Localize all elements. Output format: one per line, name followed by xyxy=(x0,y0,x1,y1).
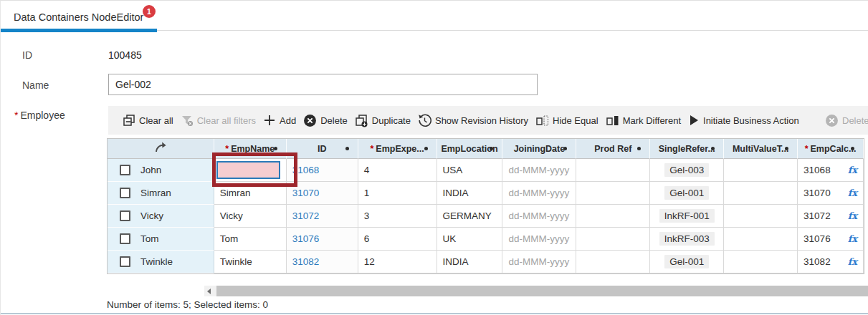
row-selector-cell[interactable]: Simran xyxy=(108,182,214,205)
column-menu-dot-icon[interactable] xyxy=(345,147,349,150)
toolbar-button-hide-equal[interactable]: Hide Equal xyxy=(535,114,598,127)
toolbar-button-add[interactable]: Add xyxy=(263,114,296,127)
reference-chip[interactable]: InkRF-003 xyxy=(659,232,715,246)
id-link[interactable]: 31076 xyxy=(292,233,320,244)
scrollbar-thumb[interactable] xyxy=(216,286,868,296)
cell-empname[interactable]: Tom xyxy=(214,228,287,251)
row-selector-cell[interactable]: Twinkle xyxy=(108,251,214,273)
formula-fx-icon[interactable]: fx xyxy=(848,188,857,198)
cell-joiningdate[interactable]: dd-MMM-yyyy xyxy=(502,251,576,273)
column-menu-dot-icon[interactable] xyxy=(424,147,428,150)
cell-empexperience[interactable]: 6 xyxy=(358,228,437,251)
emplocation-value: INDIA xyxy=(443,256,469,267)
row-checkbox[interactable] xyxy=(120,210,130,221)
cell-joiningdate[interactable]: dd-MMM-yyyy xyxy=(502,159,576,182)
cell-singlereference[interactable]: InkRF-001 xyxy=(650,205,724,228)
cell-empname[interactable]: Vicky xyxy=(214,205,287,228)
column-header-emplocation[interactable]: EmpLocation xyxy=(437,139,503,159)
cell-singlereference[interactable]: Gel-001 xyxy=(650,182,724,205)
toolbar-button-delete[interactable]: Delete xyxy=(825,106,868,135)
row-checkbox[interactable] xyxy=(120,233,130,244)
row-checkbox[interactable] xyxy=(120,256,130,267)
column-header-label: EmpCalc... xyxy=(811,144,857,154)
cell-multivalue[interactable] xyxy=(724,228,798,251)
cell-empexperience[interactable]: 3 xyxy=(358,205,437,228)
column-header-multivaluet[interactable]: MultiValueT... xyxy=(724,139,798,159)
formula-fx-icon[interactable]: fx xyxy=(848,210,857,221)
row-selector-cell[interactable]: Tom xyxy=(108,228,214,251)
cell-empexperience[interactable]: 12 xyxy=(358,251,437,273)
cell-multivalue[interactable] xyxy=(724,182,798,205)
column-menu-dot-icon[interactable] xyxy=(851,147,854,150)
reference-chip[interactable]: Gel-001 xyxy=(664,186,709,200)
cell-prodref[interactable] xyxy=(576,205,650,228)
formula-fx-icon[interactable]: fx xyxy=(848,165,857,175)
toolbar-button-mark-different[interactable]: Mark Different xyxy=(606,114,681,127)
items-summary: Number of items: 5; Selected items: 0 xyxy=(107,299,268,310)
id-link[interactable]: 31070 xyxy=(292,188,320,198)
row-selector-cell[interactable]: John xyxy=(108,159,214,182)
cell-empexperience[interactable]: 1 xyxy=(358,182,437,205)
row-checkbox[interactable] xyxy=(120,188,130,198)
formula-fx-icon[interactable]: fx xyxy=(848,233,857,244)
row-label: Vicky xyxy=(140,210,163,221)
toolbar-button-duplicate[interactable]: Duplicate xyxy=(355,114,411,127)
toolbar-button-delete[interactable]: Delete xyxy=(303,114,348,127)
row-selector-cell[interactable]: Vicky xyxy=(108,205,214,228)
selector-column-header[interactable] xyxy=(108,139,214,159)
cell-emplocation[interactable]: INDIA xyxy=(437,182,503,205)
name-input[interactable] xyxy=(108,74,538,95)
cell-emplocation[interactable]: GERMANY xyxy=(437,205,503,228)
cell-singlereference[interactable]: Gel-003 xyxy=(650,159,724,182)
reference-chip[interactable]: Gel-003 xyxy=(664,163,709,177)
cell-multivalue[interactable] xyxy=(724,159,798,182)
cell-prodref[interactable] xyxy=(576,182,650,205)
reference-chip[interactable]: InkRF-001 xyxy=(659,209,715,223)
column-header-joiningdate[interactable]: JoiningDate xyxy=(502,139,576,159)
cell-multivalue[interactable] xyxy=(724,205,798,228)
column-header-singlerefer[interactable]: SingleRefer... xyxy=(650,139,724,159)
column-menu-dot-icon[interactable] xyxy=(637,147,641,150)
toolbar-button-initiate-business-action[interactable]: Initiate Business Action xyxy=(688,114,799,127)
tab-bar: Data Containers NodeEditor 1 xyxy=(1,1,868,32)
cell-joiningdate[interactable]: dd-MMM-yyyy xyxy=(502,182,576,205)
column-menu-dot-icon[interactable] xyxy=(563,147,567,150)
cell-prodref[interactable] xyxy=(576,228,650,251)
cell-empname[interactable]: Simran xyxy=(214,182,287,205)
toolbar-button-show-revision-history[interactable]: Show Revision History xyxy=(418,114,528,127)
column-header-empexpe[interactable]: *EmpExpe... xyxy=(358,139,437,159)
cell-empname[interactable] xyxy=(214,159,287,182)
scroll-left-arrow-icon xyxy=(207,289,211,294)
cell-empexperience[interactable]: 4 xyxy=(358,159,437,182)
cell-joiningdate[interactable]: dd-MMM-yyyy xyxy=(502,228,576,251)
column-menu-dot-icon[interactable] xyxy=(274,147,277,150)
formula-fx-icon[interactable]: fx xyxy=(848,256,857,267)
id-link[interactable]: 31072 xyxy=(292,210,320,221)
cell-singlereference[interactable]: InkRF-003 xyxy=(650,228,724,251)
cell-singlereference[interactable]: Gel-001 xyxy=(650,251,724,273)
cell-emplocation[interactable]: INDIA xyxy=(437,251,503,273)
scroll-left-button[interactable] xyxy=(204,286,216,296)
id-link[interactable]: 31068 xyxy=(292,165,320,175)
id-link[interactable]: 31082 xyxy=(292,256,320,267)
toolbar-button-label: Mark Different xyxy=(623,115,681,126)
column-header-empname[interactable]: *EmpName xyxy=(214,139,287,159)
column-header-id[interactable]: ID xyxy=(287,139,358,159)
cell-prodref[interactable] xyxy=(576,251,650,273)
joiningdate-placeholder: dd-MMM-yyyy xyxy=(508,233,569,244)
empname-input-invalid[interactable] xyxy=(216,161,280,179)
row-checkbox[interactable] xyxy=(120,165,130,175)
column-header-empcalc[interactable]: *EmpCalc... xyxy=(798,139,864,159)
toolbar-button-clear-all[interactable]: Clear all xyxy=(123,114,173,127)
toolbar-button-clear-all-filters[interactable]: Clear all filters xyxy=(181,114,256,127)
cell-joiningdate[interactable]: dd-MMM-yyyy xyxy=(502,205,576,228)
cell-prodref[interactable] xyxy=(576,159,650,182)
cell-multivalue[interactable] xyxy=(724,251,798,273)
cell-empname[interactable]: Twinkle xyxy=(214,251,287,273)
column-header-prodref[interactable]: Prod Ref xyxy=(576,139,650,159)
cell-emplocation[interactable]: USA xyxy=(437,159,503,182)
empcalc-value: 31082 xyxy=(803,256,831,267)
reference-chip[interactable]: Gel-001 xyxy=(664,255,709,268)
cell-emplocation[interactable]: UK xyxy=(437,228,503,251)
horizontal-scrollbar[interactable] xyxy=(204,286,868,296)
